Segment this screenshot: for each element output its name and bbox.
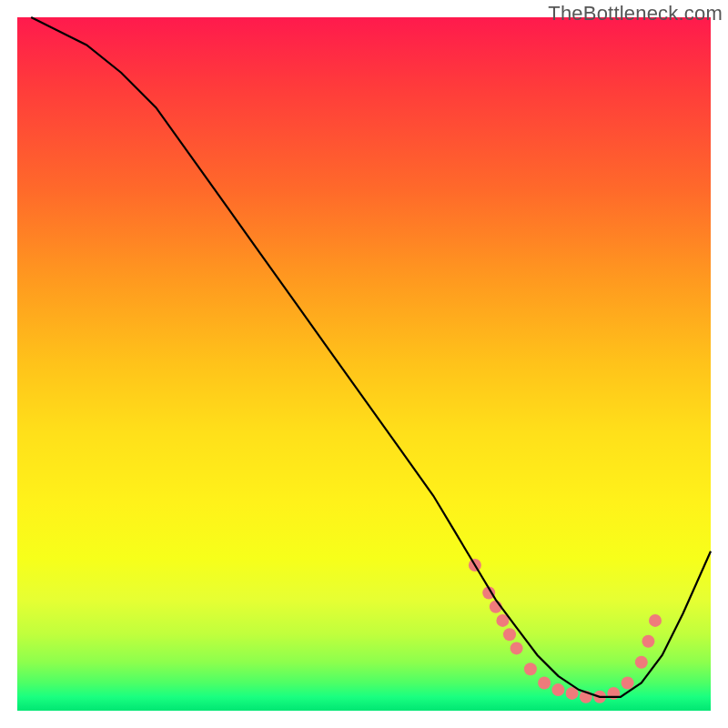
watermark-label: TheBottleneck.com (548, 2, 723, 25)
chart-canvas: TheBottleneck.com (0, 0, 728, 728)
plot-background (17, 17, 711, 711)
